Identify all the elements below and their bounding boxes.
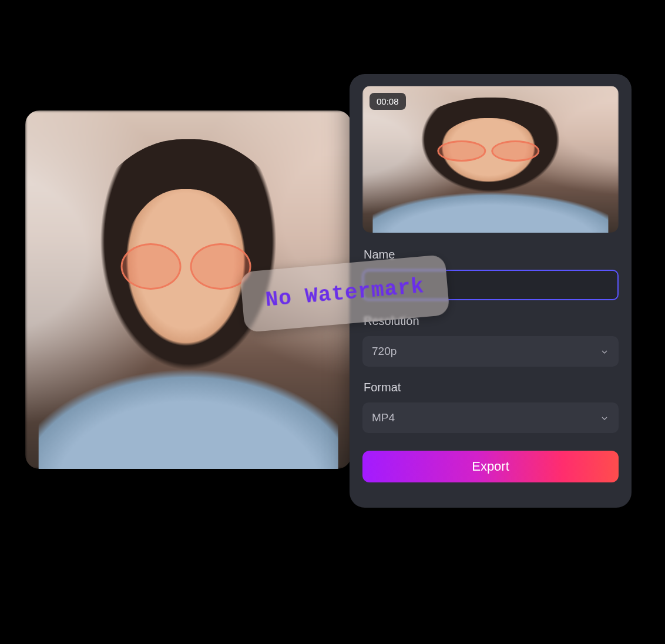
chevron-down-icon [600, 347, 609, 356]
resolution-select[interactable]: 720p [362, 336, 619, 367]
no-watermark-text: No Watermark [264, 274, 425, 312]
format-value: MP4 [372, 411, 395, 424]
video-preview-thumbnail[interactable]: 00:08 [362, 86, 619, 233]
format-select[interactable]: MP4 [362, 402, 619, 433]
photo-glasses-shape [120, 243, 251, 286]
thumbnail-glasses-shape [437, 140, 539, 158]
duration-badge: 00:08 [370, 93, 406, 110]
resolution-value: 720p [372, 345, 397, 358]
export-button[interactable]: Export [362, 451, 619, 482]
format-label: Format [364, 381, 619, 394]
chevron-down-icon [600, 413, 609, 422]
